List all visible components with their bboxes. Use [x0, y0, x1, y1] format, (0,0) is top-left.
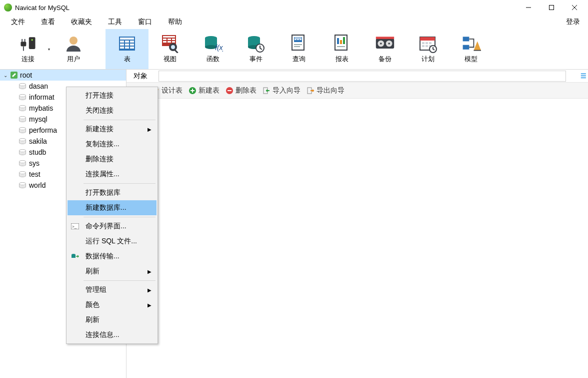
- ctx-run-sql-label: 运行 SQL 文件...: [86, 237, 137, 246]
- svg-rect-66: [463, 45, 470, 50]
- app-logo-icon: [4, 4, 12, 12]
- menu-file[interactable]: 文件: [3, 16, 33, 29]
- close-button[interactable]: [563, 0, 586, 15]
- svg-rect-39: [294, 38, 302, 39]
- view-mode-icon-a[interactable]: ☰: [579, 72, 588, 80]
- svg-rect-42: [300, 39, 302, 40]
- toolbar-model-button[interactable]: 模型: [450, 29, 492, 69]
- toolbar-model-label: 模型: [464, 55, 478, 64]
- toolbar-user-button[interactable]: 用户: [52, 29, 95, 69]
- minimize-button[interactable]: [517, 0, 540, 15]
- connection-label: root: [20, 71, 32, 79]
- svg-rect-55: [376, 37, 394, 39]
- svg-point-2: [31, 39, 33, 41]
- ctx-open-database[interactable]: 打开数据库: [68, 185, 156, 200]
- menu-window[interactable]: 窗口: [130, 16, 160, 29]
- ctx-manage-group-label: 管理组: [86, 285, 106, 294]
- ctx-refresh-label: 刷新: [86, 267, 100, 276]
- toolbar-schedule-button[interactable]: 计划: [406, 29, 450, 69]
- toolbar-event-label: 事件: [250, 55, 262, 64]
- toolbar-schedule-label: 计划: [422, 55, 434, 64]
- ctx-open-database-label: 打开数据库: [86, 188, 120, 197]
- toolbar-event-button[interactable]: 事件: [234, 29, 278, 69]
- ctx-new-database-label: 新建数据库...: [86, 203, 126, 212]
- app-title: Navicat for MySQL: [15, 4, 70, 12]
- toolbar-function-button[interactable]: f(x) 函数: [192, 29, 234, 69]
- backup-icon: [375, 34, 395, 54]
- ctx-color-label: 颜色: [86, 300, 100, 309]
- toolbar-query-button[interactable]: 查询: [278, 29, 320, 69]
- expand-toggle-icon[interactable]: ⌄: [3, 73, 8, 78]
- maximize-button[interactable]: [540, 0, 563, 15]
- svg-rect-17: [130, 47, 134, 49]
- object-tab[interactable]: 对象: [126, 70, 154, 83]
- ctx-separator: [84, 120, 156, 120]
- ctx-connection-info[interactable]: 连接信息...: [68, 327, 156, 342]
- ctx-run-sql[interactable]: 运行 SQL 文件...: [68, 234, 156, 249]
- database-icon: [19, 83, 27, 90]
- svg-rect-8: [120, 38, 134, 40]
- database-icon: [19, 171, 27, 178]
- ctx-data-transfer[interactable]: 数据传输...: [68, 249, 156, 264]
- ctx-duplicate-connection[interactable]: 复制连接...: [68, 137, 156, 152]
- subbtn-new-table[interactable]: 新建表: [188, 86, 220, 95]
- menu-view[interactable]: 查看: [33, 16, 63, 29]
- toolbar-connection-button[interactable]: 连接 ▾: [4, 29, 52, 69]
- model-icon: [461, 34, 481, 54]
- event-icon: [246, 34, 266, 54]
- subbtn-import[interactable]: 导入向导: [262, 86, 300, 95]
- toolbar-view-button[interactable]: 视图: [148, 29, 192, 69]
- ctx-console[interactable]: >_ 命令列界面...: [68, 219, 156, 234]
- submenu-arrow-icon: ▶: [148, 127, 152, 132]
- import-icon: [262, 87, 270, 95]
- ctx-data-transfer-label: 数据传输...: [86, 252, 120, 261]
- svg-rect-21: [168, 39, 171, 40]
- toolbar-table-button[interactable]: 表: [106, 29, 148, 69]
- ctx-separator: [84, 183, 156, 184]
- svg-rect-81: [72, 255, 76, 258]
- svg-rect-75: [228, 90, 232, 91]
- ctx-refresh2[interactable]: 刷新: [68, 312, 156, 327]
- ctx-connection-info-label: 连接信息...: [86, 330, 120, 339]
- dropdown-arrow-icon[interactable]: ▾: [48, 47, 50, 52]
- ctx-refresh[interactable]: 刷新▶: [68, 264, 156, 279]
- submenu-arrow-icon: ▶: [148, 269, 152, 274]
- svg-rect-40: [294, 39, 296, 40]
- svg-rect-60: [429, 42, 432, 44]
- ctx-close-connection[interactable]: 关闭连接: [68, 103, 156, 118]
- ctx-new-connection[interactable]: 新建连接▶: [68, 122, 156, 137]
- menu-help[interactable]: 帮助: [160, 16, 190, 29]
- object-area: 对象 ☰ 表 设计表 新建表 删除表 导入向导: [126, 70, 588, 378]
- svg-rect-65: [463, 37, 470, 41]
- ctx-color[interactable]: 颜色▶: [68, 297, 156, 312]
- login-link[interactable]: 登录: [561, 16, 585, 29]
- svg-rect-10: [125, 41, 129, 43]
- ctx-connection-properties[interactable]: 连接属性...: [68, 167, 156, 182]
- ctx-delete-connection[interactable]: 删除连接: [68, 152, 156, 167]
- toolbar-report-button[interactable]: 报表: [320, 29, 364, 69]
- ctx-manage-group[interactable]: 管理组▶: [68, 282, 156, 297]
- main-toolbar: 连接 ▾ 用户 表 视图 f(x) 函数: [0, 29, 588, 69]
- toolbar-backup-button[interactable]: 备份: [364, 29, 406, 69]
- ctx-new-database[interactable]: 新建数据库...: [68, 200, 156, 215]
- svg-rect-44: [294, 46, 300, 47]
- svg-rect-61: [422, 45, 424, 47]
- toolbar-user-label: 用户: [67, 55, 80, 64]
- ctx-open-connection[interactable]: 打开连接: [68, 88, 156, 103]
- menu-favorites[interactable]: 收藏夹: [63, 16, 100, 29]
- submenu-arrow-icon: ▶: [148, 302, 152, 308]
- search-input[interactable]: [158, 71, 566, 82]
- ctx-refresh2-label: 刷新: [86, 315, 100, 324]
- ctx-delete-connection-label: 删除连接: [86, 155, 114, 164]
- database-icon: [19, 105, 27, 112]
- database-label: dasan: [29, 82, 48, 90]
- menu-tools[interactable]: 工具: [100, 16, 130, 29]
- subbtn-delete-table[interactable]: 删除表: [226, 86, 256, 95]
- connection-node-root[interactable]: ⌄ root: [0, 70, 126, 81]
- subbtn-import-label: 导入向导: [272, 86, 300, 95]
- svg-rect-49: [337, 46, 345, 47]
- subbtn-export[interactable]: 导出向导: [306, 86, 344, 95]
- svg-rect-23: [163, 41, 166, 43]
- svg-rect-11: [130, 41, 134, 43]
- object-header: 对象 ☰: [126, 70, 588, 83]
